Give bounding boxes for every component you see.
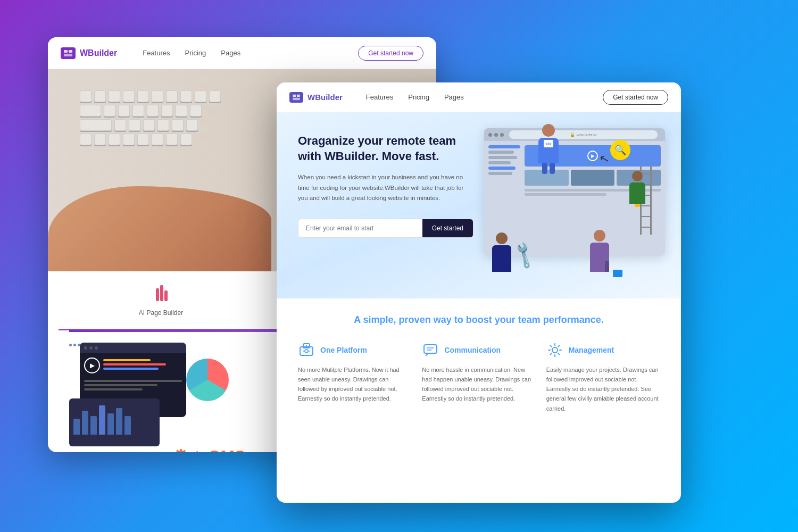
- bar: [99, 405, 105, 435]
- key: [166, 90, 178, 102]
- bar: [73, 419, 80, 435]
- back-nav-pages[interactable]: Pages: [221, 49, 240, 57]
- person-head: [542, 124, 555, 137]
- decorative-dots: [69, 344, 80, 346]
- back-logo-text: WBuilder: [80, 48, 117, 58]
- key: [109, 90, 120, 102]
- large-gear-icon: ⚙: [172, 445, 189, 452]
- back-logo: WBuilder: [61, 47, 117, 59]
- front-nav-pricing[interactable]: Pricing: [408, 93, 429, 101]
- person-body: [590, 243, 609, 272]
- bar: [84, 384, 157, 386]
- address-bar-text: 🔒 wbuilder.io: [570, 132, 596, 137]
- gear-and-label: ⚙ ⚙ CMS: [172, 445, 245, 452]
- svg-rect-16: [424, 345, 437, 353]
- key: [109, 134, 120, 145]
- key: [147, 105, 159, 117]
- front-nav-links: Features Pricing Pages: [366, 93, 464, 101]
- front-logo-text: WBuilder: [307, 93, 343, 102]
- front-get-started-button[interactable]: Get started now: [603, 90, 668, 105]
- cms-dot: [95, 346, 98, 350]
- bar: [124, 416, 131, 435]
- key: [161, 105, 173, 117]
- cms-bars: [103, 359, 182, 372]
- cms-dot: [89, 346, 93, 350]
- front-hero-desc: When you need a kickstart in your busine…: [298, 172, 473, 204]
- front-hero-title: Oraganize your remote team with WBuilder…: [298, 134, 473, 164]
- browser-dot: [494, 133, 498, 137]
- right-person-illustration: [643, 155, 654, 224]
- key: [195, 90, 206, 102]
- key: [118, 105, 130, 117]
- key: [186, 119, 198, 131]
- front-navbar: WBuilder Features Pricing Pages Get star…: [277, 82, 681, 112]
- back-nav-features[interactable]: Features: [143, 49, 170, 57]
- svg-rect-1: [69, 50, 72, 53]
- front-nav-features[interactable]: Features: [366, 93, 393, 101]
- email-input[interactable]: [298, 219, 422, 237]
- management-icon: [546, 342, 563, 359]
- play-icon: ▶: [84, 358, 100, 373]
- ladder-side: [650, 165, 652, 235]
- person-head: [594, 230, 605, 242]
- key: [190, 105, 202, 117]
- back-get-started-button[interactable]: Get started now: [358, 46, 423, 61]
- person-head: [496, 232, 508, 244]
- front-email-row: Get started: [298, 219, 473, 238]
- keyboard-illustration: [80, 90, 250, 197]
- front-email-cta[interactable]: Get started: [422, 219, 473, 237]
- hand-illustration: [48, 186, 271, 271]
- communication-desc: No more hassle in communication. New had…: [422, 365, 535, 404]
- dot: [69, 344, 72, 346]
- person-top-illustration: </>: [538, 124, 559, 174]
- bar: [107, 413, 114, 435]
- back-nav-links: Features Pricing Pages: [143, 49, 240, 57]
- key: [172, 119, 184, 131]
- management-desc: Easily manage your projects. Drawings ca…: [546, 365, 660, 413]
- key: [157, 119, 169, 131]
- browser-img: [571, 170, 615, 186]
- sidebar-bar: [488, 167, 516, 170]
- front-logo: WBuilder: [289, 92, 343, 103]
- key: [152, 134, 163, 145]
- feature-card-communication-header: Communication: [422, 342, 535, 359]
- key: [123, 90, 135, 102]
- key: [209, 90, 221, 102]
- svg-rect-3: [156, 288, 159, 301]
- key: [137, 90, 149, 102]
- svg-rect-0: [64, 50, 68, 53]
- key: [180, 90, 192, 102]
- svg-point-19: [552, 347, 558, 353]
- key: [94, 90, 106, 102]
- cms-content: ▶: [80, 353, 186, 378]
- leg: [542, 163, 547, 174]
- platform-desc: No more Mulitple Platforms. Now it had s…: [298, 365, 411, 404]
- sidebar-bar: [488, 151, 514, 154]
- key: [166, 134, 178, 145]
- purple-person-illustration: [590, 230, 609, 272]
- key: [114, 119, 126, 131]
- front-window: WBuilder Features Pricing Pages Get star…: [277, 82, 681, 503]
- svg-rect-8: [297, 94, 300, 96]
- back-nav-pricing[interactable]: Pricing: [185, 49, 206, 57]
- key: [80, 90, 92, 102]
- cms-window-header: [80, 343, 186, 353]
- front-nav-pages[interactable]: Pages: [444, 93, 464, 101]
- dot: [73, 344, 76, 346]
- ladder-illustration: [640, 165, 652, 235]
- front-hero: Oraganize your remote team with WBuilder…: [277, 112, 681, 298]
- leg: [550, 163, 555, 174]
- front-features-title: A simple, proven way to boost your team …: [298, 314, 660, 326]
- key: [80, 119, 112, 131]
- front-feature-cards: One Platform No more Mulitple Platforms.…: [298, 342, 660, 413]
- person-body: </>: [538, 138, 559, 163]
- person-on-ladder: [629, 171, 645, 207]
- person-head: [632, 171, 643, 181]
- key: [152, 90, 163, 102]
- front-hero-right: 🔒 wbuilder.io ▶: [484, 134, 660, 282]
- sidebar-bar: [488, 156, 517, 159]
- browser-address-bar: 🔒 wbuilder.io: [509, 130, 658, 139]
- small-gear-icon: ⚙: [191, 448, 203, 453]
- bar-chart: [73, 403, 155, 435]
- browser-sidebar: [488, 145, 520, 197]
